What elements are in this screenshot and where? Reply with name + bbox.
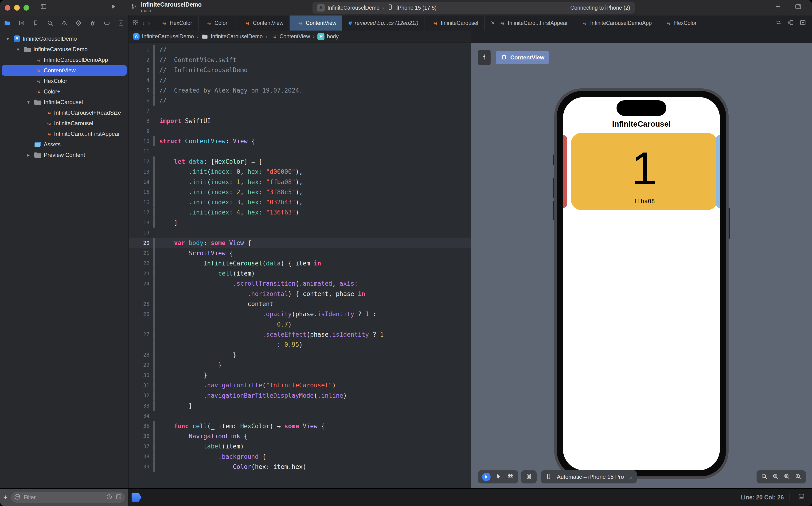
scheme-app-name[interactable]: InfiniteCarouselDemo (328, 5, 380, 11)
disclosure-icon[interactable]: ▾ (4, 36, 11, 41)
navigator-tab-search[interactable] (47, 19, 54, 26)
minimize-window-button[interactable] (14, 5, 20, 11)
code-line[interactable]: 31 .navigationTitle("InfiniteCarousel") (129, 380, 471, 391)
carousel-card[interactable]: 1 ffba08 (571, 133, 718, 210)
code-line[interactable]: 10struct ContentView: View { (129, 136, 471, 146)
code-line[interactable]: 8import SwiftUI (129, 116, 471, 126)
editor-tab[interactable]: InfiniteCarousel (425, 15, 485, 30)
toggle-debug-area-icon[interactable] (798, 493, 805, 501)
code-line[interactable]: 12 let data: [HexColor] = [ (129, 156, 471, 167)
recents-filter-icon[interactable] (106, 493, 113, 501)
code-line[interactable]: 17 .init(index: 4, hex: "136f63") (129, 207, 471, 218)
code-line[interactable]: 35 func cell(_ item: HexColor) → some Vi… (129, 421, 471, 431)
filter-field[interactable] (11, 492, 125, 503)
editor-tab[interactable]: HexColor (154, 15, 198, 30)
code-line[interactable]: 32 .navigationBarTitleDisplayMode(.inlin… (129, 391, 471, 401)
zoom-in-icon[interactable] (795, 473, 802, 481)
code-line[interactable]: 18 ] (129, 218, 471, 228)
editor-tab[interactable]: InfiniteCarouselDemoApp (574, 15, 658, 30)
run-button[interactable] (110, 3, 117, 11)
editor-tab[interactable]: #removed Eq...cs (12eb21f) (342, 15, 425, 30)
code-line[interactable]: 23 cell(item) (129, 268, 471, 279)
toggle-inspector-icon[interactable] (795, 3, 802, 11)
tree-item-preview-content[interactable]: ▸Preview Content (2, 150, 127, 160)
navigator-tab-report[interactable] (117, 19, 125, 26)
editor-tab[interactable]: ContentView (237, 15, 290, 30)
code-line[interactable]: 3// InfiniteCarouselDemo (129, 65, 471, 75)
device-settings-icon[interactable] (525, 473, 533, 481)
code-line[interactable]: 15 .init(index: 2, hex: "3f88c5"), (129, 187, 471, 197)
source-control-filter-icon[interactable] (115, 493, 122, 501)
editor-tab[interactable]: ✕InfiniteCaro...FirstAppear (485, 15, 574, 30)
go-forward-icon[interactable]: › (148, 19, 150, 27)
preview-device-pill[interactable]: Automatic – iPhone 15 Pro ⌄ (541, 470, 637, 484)
carousel-card-next[interactable] (716, 135, 720, 208)
breakpoints-toggle[interactable] (132, 493, 142, 502)
close-tab-icon[interactable]: ✕ (491, 20, 495, 26)
tree-item-infinitecarousel-readsize[interactable]: InfiniteCarousel+ReadSize (2, 107, 127, 118)
code-line[interactable]: 16 .init(index: 3, hex: "032b43"), (129, 197, 471, 207)
editor-tab[interactable]: HexColor (658, 15, 703, 30)
tab-overview-icon[interactable] (132, 19, 139, 27)
variants-mode-icon[interactable] (507, 473, 514, 481)
pin-preview-button[interactable] (478, 50, 491, 65)
tree-item-hexcolor[interactable]: HexColor (2, 76, 127, 86)
add-editor-icon[interactable] (799, 19, 806, 27)
code-line[interactable]: 36 NavigationLink { (129, 431, 471, 441)
disclosure-icon[interactable]: ▾ (25, 99, 32, 105)
code-line[interactable]: 37 label(item) (129, 441, 471, 451)
code-line[interactable]: 11 (129, 146, 471, 156)
code-editor[interactable]: 1//2// ContentView.swift3// InfiniteCaro… (129, 43, 471, 489)
tree-item-infinitecarouseldemoapp[interactable]: InfiniteCarouselDemoApp (2, 55, 127, 65)
navigator-tab-square-x[interactable] (18, 19, 25, 26)
tree-item-contentview[interactable]: ContentView (2, 65, 127, 76)
navigator-tab-bookmark[interactable] (32, 19, 39, 26)
breadcrumb-item[interactable]: ContentView (270, 33, 310, 40)
tree-item-color-[interactable]: Color+ (2, 86, 127, 97)
code-line[interactable]: 26 .opacity(phase.isIdentity ? 1 : (129, 309, 471, 319)
zoom-window-button[interactable] (23, 5, 29, 11)
live-preview-button[interactable] (482, 473, 491, 481)
tree-item-infinitecarousel[interactable]: ▾InfiniteCarousel (2, 97, 127, 107)
code-line[interactable]: 7 (129, 106, 471, 116)
editor-tab[interactable]: ContentView (290, 15, 342, 30)
code-line[interactable]: 29 } (129, 360, 471, 370)
go-back-icon[interactable]: ‹ (142, 19, 145, 27)
preview-chip[interactable]: ContentView (496, 51, 549, 64)
scheme-device-name[interactable]: iPhone 15 (17.5) (397, 5, 436, 11)
navigator-tab-spray[interactable] (89, 19, 96, 26)
zoom-actual-size-icon[interactable] (772, 473, 779, 481)
add-tab-icon[interactable] (775, 3, 782, 11)
scheme-selector[interactable]: A InfiniteCarouselDemo › iPhone 15 (17.5… (313, 2, 635, 14)
tree-item-infinitecarouseldemo[interactable]: ▾InfiniteCarouselDemo (2, 44, 127, 55)
disclosure-icon[interactable]: ▸ (25, 152, 32, 158)
code-line[interactable]: 24 .scrollTransition(.animated, axis: (129, 279, 471, 289)
code-line[interactable]: 21 ScrollView { (129, 248, 471, 258)
code-line[interactable]: 20 var body: some View { (129, 238, 471, 248)
code-line[interactable]: 13 .init(index: 0, hex: "d00000"), (129, 167, 471, 177)
code-line[interactable]: 27 .scaleEffect(phase.isIdentity ? 1 (129, 329, 471, 339)
code-line[interactable]: 34 (129, 411, 471, 421)
navigator-tab-warning[interactable] (61, 19, 68, 26)
close-window-button[interactable] (5, 5, 10, 11)
swap-editors-icon[interactable] (775, 19, 782, 27)
editor-tab[interactable]: Color+ (198, 15, 237, 30)
code-line[interactable]: 0.7) (129, 319, 471, 329)
zoom-out-icon[interactable] (761, 473, 768, 481)
editor-options-icon[interactable] (787, 19, 794, 27)
tree-item-infinitecarousel[interactable]: InfiniteCarousel (2, 118, 127, 129)
toggle-navigator-icon[interactable] (40, 3, 47, 11)
code-line[interactable]: 22 InfiniteCarousel(data) { item in (129, 258, 471, 268)
breadcrumb-item[interactable]: AInfiniteCarouselDemo (133, 33, 194, 40)
tree-item-infinitecaro-nfirstappear[interactable]: InfiniteCaro...nFirstAppear (2, 129, 127, 139)
code-line[interactable]: .horizontal) { content, phase in (129, 289, 471, 299)
code-line[interactable]: 25 content (129, 299, 471, 309)
code-line[interactable]: : 0.95) (129, 340, 471, 350)
zoom-to-fit-icon[interactable] (783, 473, 790, 481)
code-line[interactable]: 14 .init(index: 1, hex: "ffba08"), (129, 177, 471, 187)
breadcrumb-item[interactable]: Pbody (317, 33, 339, 40)
carousel-card-previous[interactable] (563, 135, 567, 208)
code-line[interactable]: 39 Color(hex: item.hex) (129, 461, 471, 472)
disclosure-icon[interactable]: ▾ (15, 47, 22, 52)
tree-item-infinitecarouseldemo[interactable]: ▾AInfiniteCarouselDemo (2, 33, 127, 44)
